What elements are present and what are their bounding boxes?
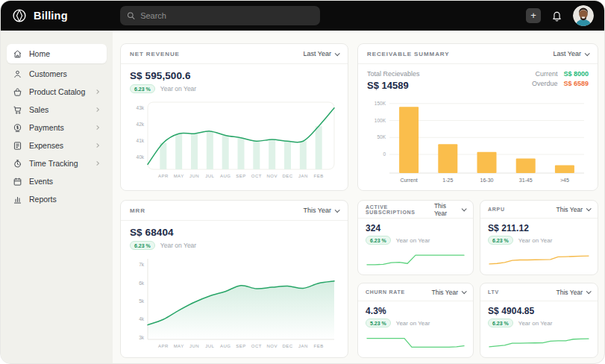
churn-rate-sparkline (366, 333, 465, 352)
period-dropdown[interactable]: This Year (432, 289, 465, 296)
svg-text:AUG: AUG (220, 344, 231, 348)
sidebar-item-label: Time Tracking (29, 159, 78, 168)
active-subscriptions-sparkline (366, 250, 465, 269)
svg-text:SEP: SEP (236, 174, 246, 178)
svg-text:FEB: FEB (314, 344, 324, 348)
sidebar-item-customers[interactable]: Customers (7, 65, 107, 83)
net-revenue-value: S$ 595,500.6 (130, 70, 339, 81)
sidebar-item-expenses[interactable]: Expenses (7, 136, 107, 154)
svg-text:43k: 43k (137, 105, 145, 110)
avatar-image (573, 5, 594, 26)
svg-text:5k: 5k (139, 298, 145, 304)
period-dropdown[interactable]: This Year (557, 289, 590, 296)
billing-logo-icon (11, 7, 28, 24)
svg-text:40k: 40k (137, 154, 145, 160)
chevron-down-icon (462, 206, 467, 211)
card-ltv: LTV This Year S$ 4904.85 6.23 % Year on … (480, 283, 598, 358)
svg-text:JUL: JUL (205, 344, 214, 348)
brand-title: Billing (34, 10, 68, 22)
period-dropdown[interactable]: This Year (303, 207, 339, 214)
chevron-down-icon (335, 51, 340, 56)
card-receivable-summary: RECEIVABLE SUMMARY Last Year Total Recie… (357, 43, 598, 191)
chevron-right-icon (95, 160, 101, 166)
sidebar-item-payments[interactable]: Payments (7, 119, 107, 136)
yoy-caption: Year on Year (396, 320, 430, 327)
svg-text:NOV: NOV (266, 344, 278, 348)
ltv-value: S$ 4904.85 (488, 306, 590, 316)
basket-icon (13, 87, 22, 97)
sidebar-item-events[interactable]: Events (7, 172, 107, 190)
calendar-icon (13, 177, 22, 186)
card-title: ACTIVE SUBSCRIPTIONS (366, 204, 434, 215)
search-input[interactable] (140, 11, 313, 20)
yoy-caption: Year on Year (396, 237, 430, 244)
yoy-badge: 6.23 % (488, 318, 513, 327)
sidebar-item-label: Home (29, 49, 50, 58)
svg-text:50K: 50K (377, 134, 386, 139)
svg-text:MAY: MAY (174, 344, 184, 348)
main-content: NET REVENUE Last Year S$ 595,500.6 6.23 … (113, 31, 605, 364)
sidebar-item-time-tracking[interactable]: Time Tracking (7, 154, 107, 172)
notifications-bell-icon[interactable] (551, 10, 563, 22)
yoy-caption: Year on Year (518, 320, 553, 327)
churn-rate-value: 4.3% (366, 306, 465, 316)
sidebar-item-sales[interactable]: Sales (7, 101, 107, 119)
search-bar[interactable] (120, 6, 320, 25)
yoy-badge: 6.23 % (130, 84, 155, 93)
chevron-down-icon (585, 51, 590, 56)
total-receivables-value: S$ 14589 (367, 80, 420, 91)
legend-value-overdue: S$ 6589 (563, 80, 589, 87)
arpu-value: S$ 211.12 (488, 223, 590, 233)
svg-text:AUG: AUG (220, 174, 231, 178)
arpu-sparkline (488, 250, 590, 269)
sidebar-item-label: Customers (29, 69, 67, 78)
sidebar-item-product-catalog[interactable]: Product Catalog (7, 83, 107, 101)
svg-text:0: 0 (383, 151, 386, 157)
svg-text:DEC: DEC (282, 174, 292, 178)
period-dropdown[interactable]: This Year (434, 202, 465, 217)
sidebar-item-label: Payments (29, 123, 64, 132)
svg-text:31-45: 31-45 (519, 178, 533, 183)
user-avatar[interactable] (573, 5, 594, 26)
card-mrr: MRR This Year S$ 68404 6.23 % Year on Ye… (120, 200, 348, 358)
card-title: MRR (130, 207, 145, 214)
svg-text:Current: Current (400, 178, 417, 183)
card-title: RECEIVABLE SUMMARY (367, 51, 449, 57)
add-button[interactable]: + (526, 8, 541, 23)
receivable-legend: Current S$ 8000 Overdue S$ 6589 (532, 70, 589, 87)
chevron-down-icon (335, 207, 340, 213)
mrr-chart: 7k6k5k4k3kAPRMAYJUNJULAUGSEPOCTNOVDECJAN… (130, 256, 339, 350)
period-dropdown[interactable]: This Year (557, 206, 590, 213)
yoy-caption: Year on Year (160, 85, 196, 92)
yoy-caption: Year on Year (160, 242, 196, 249)
svg-text:16-30: 16-30 (480, 178, 494, 183)
yoy-badge: 6.23 % (366, 236, 391, 245)
card-title: NET REVENUE (130, 51, 180, 57)
svg-text:7k: 7k (139, 262, 145, 267)
legend-label-overdue: Overdue (532, 80, 558, 87)
svg-text:6k: 6k (139, 280, 145, 286)
sidebar-item-reports[interactable]: Reports (7, 190, 107, 208)
svg-text:SEP: SEP (236, 344, 246, 348)
bar-chart-icon (13, 195, 22, 204)
svg-text:JAN: JAN (298, 344, 308, 348)
expenses-receipt-icon (13, 141, 22, 151)
sidebar-item-label: Sales (29, 105, 48, 114)
svg-text:150K: 150K (374, 101, 386, 106)
receivable-bar-chart: 150K100K50K0Current1-2516-3031-45>45 (367, 94, 589, 185)
card-title: LTV (488, 289, 499, 295)
chevron-right-icon (95, 107, 101, 113)
card-churn-rate: CHURN RATE This Year 4.3% 5.23 % Year on… (357, 283, 474, 358)
legend-label-current: Current (532, 70, 558, 78)
period-dropdown[interactable]: Last Year (553, 50, 589, 57)
svg-text:JAN: JAN (298, 174, 308, 178)
yoy-caption: Year on Year (518, 237, 553, 244)
sidebar-item-home[interactable]: Home (7, 44, 107, 63)
card-active-subscriptions: ACTIVE SUBSCRIPTIONS This Year 324 6.23 … (357, 200, 474, 275)
svg-text:1-25: 1-25 (442, 178, 453, 183)
customers-icon (13, 69, 22, 79)
svg-text:MAY: MAY (174, 174, 184, 178)
period-dropdown[interactable]: Last Year (303, 50, 339, 57)
svg-text:DEC: DEC (282, 344, 292, 348)
yoy-badge: 6.23 % (130, 241, 155, 250)
